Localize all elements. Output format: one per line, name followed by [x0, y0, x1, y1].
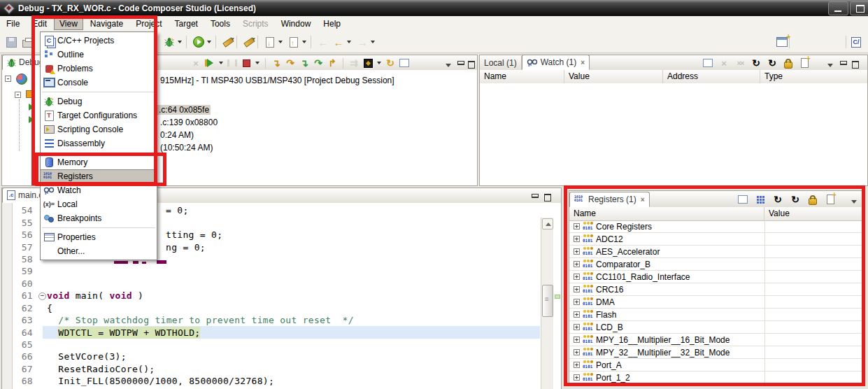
view-menu-item-watch[interactable]: Watch: [41, 183, 157, 197]
register-group-row[interactable]: +ADC12: [569, 233, 862, 246]
registers-view-menu-chevron[interactable]: [848, 196, 860, 207]
expand-plus-icon[interactable]: +: [574, 311, 580, 318]
register-group-row[interactable]: +Flash: [569, 309, 862, 321]
fold-collapse-icon[interactable]: −: [38, 292, 46, 300]
view-menu-item-target-configurations[interactable]: TTarget Configurations: [41, 108, 157, 122]
expand-plus-icon[interactable]: +: [574, 223, 580, 229]
resume-button-dropdown[interactable]: [219, 62, 223, 64]
step-into-button[interactable]: ↴: [270, 57, 283, 69]
menu-project[interactable]: Project: [130, 17, 167, 30]
refresh-button[interactable]: ↻: [772, 194, 783, 205]
back-button[interactable]: ←: [332, 35, 346, 49]
debug-launch-button-dropdown[interactable]: [178, 41, 182, 43]
run-launch-button-dropdown[interactable]: [207, 41, 211, 43]
save-button[interactable]: [4, 35, 18, 49]
scrollbar-thumb[interactable]: [542, 285, 553, 317]
code-line[interactable]: 62{: [2, 302, 540, 314]
step-return-button[interactable]: ↴: [298, 57, 311, 69]
view-menu-item-local[interactable]: (x)=Local: [41, 197, 157, 211]
register-group-row[interactable]: +Core Registers: [569, 220, 862, 233]
lock-button[interactable]: [783, 57, 794, 69]
forward-button-dropdown[interactable]: [371, 41, 375, 43]
assembly-mode-button[interactable]: ⇉: [348, 57, 360, 69]
flash-erase-button[interactable]: [242, 35, 256, 49]
flash-device-button-dropdown[interactable]: [377, 62, 381, 64]
forward-button[interactable]: →: [355, 35, 369, 49]
code-line[interactable]: 63 /* Stop watchdog timer to prevent tim…: [2, 314, 540, 326]
expand-plus-icon[interactable]: +: [574, 261, 580, 267]
register-group-row[interactable]: +AES_Accelerator: [569, 246, 862, 258]
debug-stack-frame[interactable]: 0:24 AM): [160, 130, 194, 140]
disconnect-button[interactable]: ×: [190, 57, 202, 69]
remove-button[interactable]: ×: [718, 57, 730, 69]
menu-edit[interactable]: Edit: [27, 17, 52, 30]
suspend-button[interactable]: [226, 57, 239, 69]
window-minimize-button[interactable]: [828, 1, 848, 15]
reload-program-button[interactable]: ↑: [287, 35, 301, 49]
menu-navigate[interactable]: Navigate: [85, 17, 129, 30]
view-menu-item-memory[interactable]: Memory: [41, 155, 157, 169]
flash-program-button[interactable]: [221, 35, 235, 49]
register-group-row[interactable]: +DMA: [569, 296, 862, 309]
flash-device-button[interactable]: [362, 57, 374, 69]
terminate-button-dropdown[interactable]: [255, 62, 259, 64]
step-over-button[interactable]: ↷: [284, 57, 297, 69]
code-line[interactable]: 64 WDTCTL = WDTPW + WDTHOLD;: [2, 326, 540, 338]
expand-plus-icon[interactable]: +: [574, 274, 580, 280]
expand-plus-icon[interactable]: +: [574, 324, 580, 330]
refresh-button[interactable]: ↻: [750, 57, 762, 69]
remove-all-button[interactable]: ××: [734, 57, 746, 69]
register-group-row[interactable]: +CC1101_Radio_Interface: [569, 271, 862, 283]
collapse-all-button[interactable]: [398, 57, 411, 69]
editor-vertical-scrollbar[interactable]: [541, 218, 553, 389]
view-menu-item-other-[interactable]: Other...: [41, 244, 157, 258]
editor-minimize-button[interactable]: [528, 191, 541, 202]
register-group-row[interactable]: +Port_1_2: [569, 372, 862, 383]
view-menu-item-console[interactable]: Console: [41, 76, 157, 90]
expand-plus-icon[interactable]: +: [574, 337, 580, 343]
new-expression-button[interactable]: [799, 57, 810, 69]
editor-maximize-button[interactable]: [541, 191, 553, 202]
view-menu-item-scripting-console[interactable]: Scripting Console: [41, 122, 157, 136]
watch-table-body[interactable]: [480, 83, 867, 185]
code-line[interactable]: 66 SetVCore(3);: [2, 351, 540, 362]
expand-plus-icon[interactable]: +: [574, 299, 580, 305]
menu-view[interactable]: View: [54, 17, 83, 30]
register-group-row[interactable]: +Port_A: [569, 359, 862, 372]
collapse-all-button[interactable]: [737, 194, 748, 205]
view-menu-item-outline[interactable]: Outline: [41, 48, 157, 62]
register-group-row[interactable]: +LCD_B: [569, 321, 862, 334]
code-line[interactable]: 67 ResetRadioCore();: [2, 363, 540, 375]
view-menu-item-disassembly[interactable]: Disassembly: [41, 136, 157, 150]
resume-button[interactable]: [204, 57, 216, 69]
code-line[interactable]: 68 Init_FLL(8500000/1000, 8500000/32768)…: [2, 375, 540, 387]
column-header-name[interactable]: Name: [480, 70, 564, 83]
menu-tools[interactable]: Tools: [205, 17, 236, 30]
menu-target[interactable]: Target: [169, 17, 204, 30]
refresh-all-button[interactable]: ↻: [790, 194, 801, 205]
menu-window[interactable]: Window: [276, 17, 317, 30]
tab-registers[interactable]: 1010 0101 Registers (1) ×: [569, 192, 650, 207]
back-disabled-button[interactable]: ←: [316, 35, 330, 49]
column-header-value[interactable]: Value: [764, 207, 862, 220]
code-line[interactable]: 59: [2, 265, 540, 277]
terminate-button[interactable]: [240, 57, 252, 69]
expand-plus-icon[interactable]: +: [574, 349, 580, 355]
column-header-value[interactable]: Value: [564, 70, 663, 83]
expand-plus-icon[interactable]: +: [574, 362, 580, 368]
code-line[interactable]: 65: [2, 339, 540, 351]
run-launch-button[interactable]: [192, 35, 206, 49]
scrollbar-up-arrow[interactable]: [542, 218, 553, 229]
code-line[interactable]: 61−void main( void ): [2, 290, 540, 302]
debug-launch-button[interactable]: [162, 35, 176, 49]
register-group-row[interactable]: +MPY_16__Multiplier__16_Bit_Mode: [569, 334, 862, 346]
open-perspective-button[interactable]: [775, 35, 789, 49]
view-menu-item-properties[interactable]: Properties: [41, 230, 157, 244]
new-register-view-button[interactable]: [825, 194, 836, 205]
print-button[interactable]: [21, 35, 35, 49]
debug-stack-frame[interactable]: (10:50:24 AM): [160, 143, 213, 153]
expand-plus-icon[interactable]: +: [574, 236, 580, 242]
column-header-name[interactable]: Name: [569, 207, 764, 220]
column-header-address[interactable]: Address: [663, 70, 760, 83]
menu-scripts[interactable]: Scripts: [237, 17, 274, 30]
